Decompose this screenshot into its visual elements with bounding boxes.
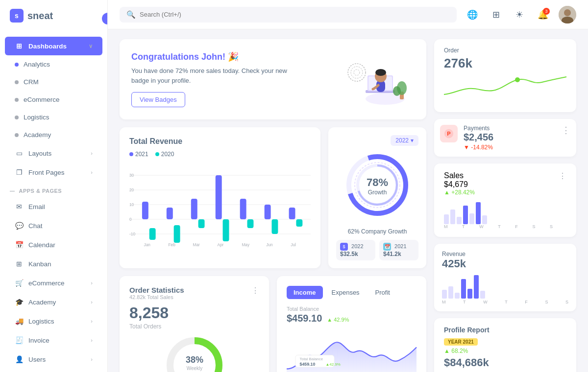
- chart-legend: 2021 2020: [129, 151, 311, 158]
- sidebar-item-dashboards[interactable]: ⊞ Dashboards ∨: [5, 37, 102, 55]
- svg-text:Mar: Mar: [193, 242, 200, 247]
- sidebar-item-logistics-top[interactable]: Logistics: [5, 109, 102, 126]
- sidebar-item-logistics-app[interactable]: 🚚 Logistics ›: [5, 312, 102, 330]
- view-badges-button[interactable]: View Badges: [131, 92, 185, 107]
- tab-expenses[interactable]: Expenses: [325, 286, 367, 299]
- academy-icon: 🎓: [15, 298, 24, 306]
- search-icon: 🔍: [126, 10, 136, 19]
- order-stats-donut: 38% Weekly: [129, 336, 259, 372]
- order-stats-card: Order Statistics 42.82k Total Sales ⋮ 8,…: [120, 276, 269, 372]
- notification-badge: 3: [543, 8, 550, 15]
- chevron-right-icon6: ›: [91, 337, 93, 343]
- svg-rect-37: [271, 219, 278, 234]
- tab-profit[interactable]: Profit: [368, 286, 397, 299]
- globe-icon[interactable]: 🌐: [465, 7, 480, 23]
- svg-text:Jan: Jan: [144, 242, 151, 247]
- income-balance-change: ▲ 42.9%: [327, 317, 349, 323]
- sidebar-item-analytics[interactable]: Analytics: [5, 56, 102, 73]
- svg-point-13: [348, 64, 366, 81]
- sidebar-collapse-button[interactable]: ‹: [102, 13, 108, 24]
- sidebar-item-invoice[interactable]: 🧾 Invoice ›: [5, 331, 102, 349]
- income-balance-label: Total Balance: [287, 306, 416, 312]
- payments-body: Payments $2,456 ▼ -14.82%: [464, 125, 556, 151]
- profile-report-card: Profile Report YEAR 2021 ▲ 68.2% $84,686…: [434, 318, 576, 372]
- svg-rect-26: [142, 202, 148, 219]
- order-stats-header: Order Statistics 42.82k Total Sales ⋮: [129, 286, 259, 300]
- sidebar-item-front-pages[interactable]: ❐ Front Pages ›: [5, 163, 102, 182]
- sidebar-item-users[interactable]: 👤 Users ›: [5, 350, 102, 369]
- payments-value: $2,456: [464, 132, 556, 143]
- nav-dot-crm: [15, 80, 19, 84]
- svg-text:Total Balance: Total Balance: [300, 357, 323, 361]
- sales-value: $4,679: [444, 180, 553, 189]
- nav-dot-academy: [15, 133, 19, 137]
- growth-year-button[interactable]: 2022 ▾: [391, 135, 418, 146]
- sidebar-item-crm[interactable]: CRM: [5, 73, 102, 91]
- svg-text:Jul: Jul: [291, 242, 296, 247]
- growth-year-2022: $ 2022 $32.5k: [336, 240, 375, 260]
- nav-dot-logistics-top: [15, 116, 19, 119]
- svg-text:38%: 38%: [185, 355, 203, 365]
- nav-dot-analytics: [15, 63, 19, 67]
- svg-point-15: [354, 70, 360, 75]
- svg-point-1: [564, 9, 571, 16]
- main-area: 🔍 🌐 ⊞ ☀ 🔔 3 C: [108, 0, 588, 372]
- sidebar-item-academy-top[interactable]: Academy: [5, 126, 102, 143]
- chevron-right-icon4: ›: [91, 299, 93, 305]
- order-widget-card: Order 276k: [434, 39, 576, 112]
- svg-point-9: [375, 69, 386, 76]
- calendar-icon: 📅: [15, 240, 24, 249]
- logo-text: sneat: [27, 10, 53, 22]
- search-input[interactable]: [140, 11, 450, 18]
- svg-rect-35: [247, 219, 254, 228]
- order-stats-title: Order Statistics: [129, 286, 184, 294]
- growth-company-text: 62% Company Growth: [348, 228, 407, 235]
- theme-icon[interactable]: ☀: [512, 7, 527, 23]
- svg-text:May: May: [242, 242, 249, 247]
- chat-icon: 💬: [15, 221, 24, 230]
- revenue-chart-card: Total Revenue 2021 2020: [120, 127, 320, 268]
- sidebar-item-ecommerce-app[interactable]: 🛒 eCommerce ›: [5, 274, 102, 292]
- income-card: Income Expenses Profit Total Balance $45…: [277, 276, 426, 372]
- sidebar-item-academy-app[interactable]: 🎓 Academy ›: [5, 293, 102, 311]
- topbar: 🔍 🌐 ⊞ ☀ 🔔 3: [108, 0, 588, 29]
- avatar[interactable]: [559, 6, 576, 23]
- grid-icon-topbar[interactable]: ⊞: [488, 7, 504, 23]
- total-orders-number: 8,258: [129, 304, 259, 322]
- tab-income[interactable]: Income: [287, 286, 323, 299]
- search-box[interactable]: 🔍: [120, 7, 457, 23]
- sidebar-item-kanban[interactable]: ⊞ Kanban: [5, 255, 102, 273]
- payments-more-icon[interactable]: ⋮: [562, 125, 570, 136]
- income-chart: Total Balance $459.10 ▲42.9%: [287, 331, 416, 372]
- revenue-section: Total Revenue 2021 2020: [120, 127, 426, 268]
- sidebar-item-layouts[interactable]: ▭ Layouts ›: [5, 144, 102, 163]
- svg-point-12: [393, 86, 401, 96]
- users-icon: 👤: [15, 355, 24, 364]
- profile-report-title: Profile Report: [444, 326, 490, 334]
- svg-text:Jun: Jun: [266, 242, 273, 247]
- svg-text:Feb: Feb: [169, 242, 176, 247]
- svg-text:Apr: Apr: [217, 242, 223, 247]
- growth-years: $ 2022 $32.5k 📅 2021 $41.2k: [336, 240, 418, 260]
- order-stats-more-icon[interactable]: ⋮: [251, 286, 259, 295]
- chevron-right-icon2: ›: [91, 169, 93, 175]
- donut-chart: 78% Growth: [343, 151, 412, 221]
- sidebar-item-ecommerce[interactable]: eCommerce: [5, 91, 102, 108]
- kanban-icon: ⊞: [15, 259, 24, 268]
- sidebar-item-calendar[interactable]: 📅 Calendar: [5, 235, 102, 254]
- income-tabs: Income Expenses Profit: [287, 286, 416, 299]
- revenue-widget-value: 425k: [442, 257, 568, 270]
- notification-bell-icon[interactable]: 🔔 3: [535, 7, 551, 23]
- logo-icon: s: [10, 9, 24, 23]
- sales-more-button[interactable]: ⋮: [559, 171, 566, 181]
- payments-change: ▼ -14.82%: [464, 144, 556, 151]
- nav-dot-ecommerce: [15, 98, 19, 102]
- sidebar-item-email[interactable]: ✉ Email: [5, 197, 102, 216]
- dollar-icon: $: [340, 243, 348, 251]
- chevron-right-icon5: ›: [91, 318, 93, 324]
- revenue-bar-chart: 30 20 10 0 -10: [129, 161, 311, 249]
- revenue-bar-labels: MTWTFSS: [442, 300, 568, 304]
- congrats-card: Congratulations John! 🎉 You have done 72…: [120, 39, 426, 119]
- sidebar-item-chat[interactable]: 💬 Chat: [5, 216, 102, 235]
- congrats-body: You have done 72% more sales today. Chec…: [131, 66, 298, 85]
